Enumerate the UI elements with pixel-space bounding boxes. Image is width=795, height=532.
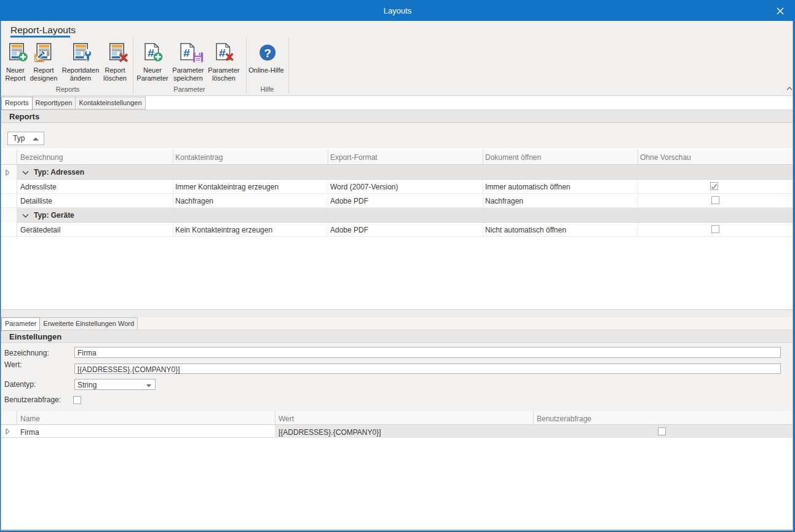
svg-text:?: ? (264, 47, 271, 60)
